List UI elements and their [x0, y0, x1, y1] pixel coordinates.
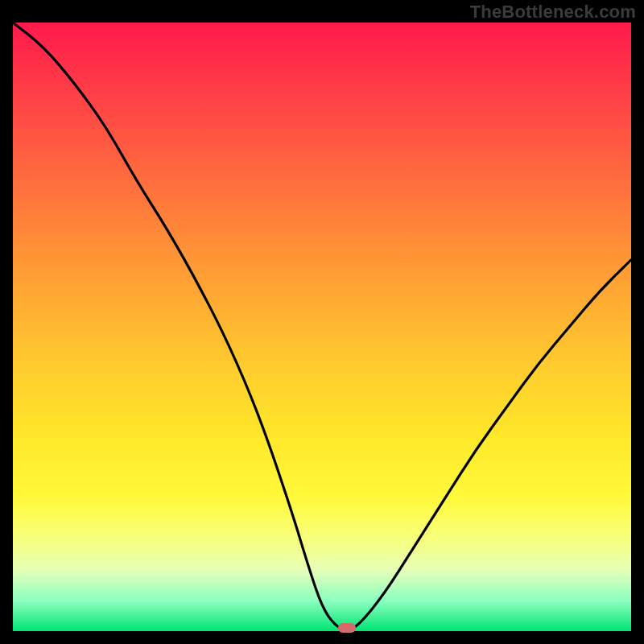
chart-frame: TheBottleneck.com	[0, 0, 644, 644]
minimum-marker	[338, 623, 356, 633]
watermark-text: TheBottleneck.com	[470, 2, 636, 23]
plot-area	[13, 23, 631, 631]
bottleneck-curve	[13, 23, 631, 631]
